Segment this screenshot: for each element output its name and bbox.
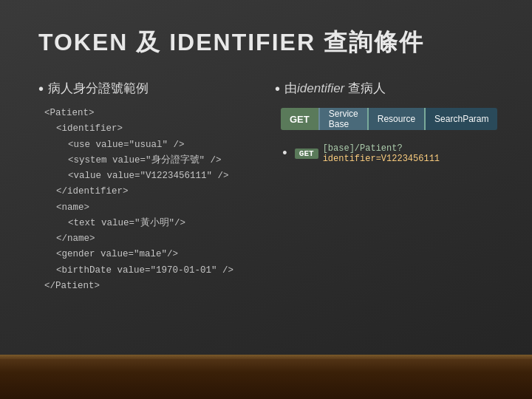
code-block: <Patient> <identifier> <use value="usual… <box>44 106 245 294</box>
floor <box>0 355 532 399</box>
get-example: • GET [base]/Patient?identifier=V1223456… <box>281 143 497 164</box>
slide-title: TOKEN 及 IDENTIFIER 查詢條件 <box>38 27 494 59</box>
heading-keyword: identifier <box>297 81 344 95</box>
get-bar: GET Service Base Resource SearchParam <box>281 108 497 130</box>
code-line-3: <system value="身分證字號" /> <box>68 153 245 168</box>
example-url: [base]/Patient?identifier=V1223456111 <box>323 143 498 164</box>
code-line-0: <Patient> <box>44 106 245 121</box>
left-bullet: • <box>38 81 44 96</box>
left-column: • 病人身分證號範例 <Patient> <identifier> <use v… <box>38 80 245 294</box>
heading-prefix: 由 <box>284 81 297 95</box>
resource-segment: Resource <box>367 108 424 130</box>
right-column: • 由identifier 查病人 GET Service Base Resou… <box>275 80 497 294</box>
code-line-10: <birthDate value="1970-01-01" /> <box>56 263 245 279</box>
code-line-7: <text value="黃小明"/> <box>68 216 245 231</box>
right-heading-text: 由identifier 查病人 <box>284 80 386 97</box>
content-area: • 病人身分證號範例 <Patient> <identifier> <use v… <box>38 80 494 294</box>
get-label: GET <box>281 108 318 130</box>
left-heading-text: 病人身分證號範例 <box>48 80 149 97</box>
heading-suffix: 查病人 <box>348 81 386 95</box>
code-line-4: <value value="V1223456111" /> <box>68 168 245 184</box>
code-line-2: <use value="usual" /> <box>68 137 245 153</box>
code-line-9: <gender value="male"/> <box>56 247 245 262</box>
url-highlight: identifier=V1223456111 <box>323 154 440 164</box>
left-heading: • 病人身分證號範例 <box>38 80 245 97</box>
example-get-tag: GET <box>295 149 318 159</box>
right-bullet-dot: • <box>275 80 280 98</box>
example-bullet: • <box>281 146 289 161</box>
code-line-11: </Patient> <box>44 279 245 294</box>
search-param-segment: SearchParam <box>424 108 497 130</box>
code-line-6: <name> <box>56 200 245 216</box>
title-text: TOKEN 及 IDENTIFIER 查詢條件 <box>38 29 424 55</box>
slide: TOKEN 及 IDENTIFIER 查詢條件 • 病人身分證號範例 <Pati… <box>0 0 532 355</box>
code-line-5: </identifier> <box>56 184 245 200</box>
url-prefix: [base]/Patient? <box>323 143 403 154</box>
right-heading: • 由identifier 查病人 <box>275 80 497 98</box>
code-line-1: <identifier> <box>56 121 245 137</box>
service-base-segment: Service Base <box>318 108 367 130</box>
code-line-8: </name> <box>56 231 245 247</box>
